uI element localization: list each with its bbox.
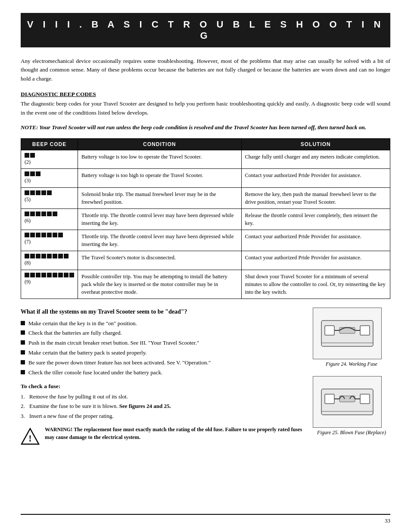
- svg-rect-6: [339, 327, 355, 333]
- condition-cell: Throttle trip. The throttle control leve…: [78, 230, 242, 251]
- table-row: (9)Possible controller trip. You may be …: [21, 270, 390, 299]
- beep-code-cell: (7): [21, 230, 78, 251]
- condition-cell: The Travel Scooter's motor is disconnect…: [78, 251, 242, 270]
- check-fuse-title: To check a fuse:: [21, 383, 306, 390]
- list-item: 1.Remove the fuse by pulling it out of i…: [21, 392, 306, 401]
- lower-left-content: What if all the systems on my Travel Sco…: [21, 308, 306, 446]
- figure25-svg: [317, 380, 377, 423]
- beep-code-table: BEEP CODE CONDITION SOLUTION (2)Battery …: [21, 138, 390, 299]
- solution-cell: Release the throttle control lever compl…: [241, 208, 390, 230]
- beep-code-cell: (9): [21, 270, 78, 299]
- list-item: Push in the main circuit breaker reset b…: [21, 339, 306, 347]
- svg-rect-4: [360, 326, 370, 335]
- figure24-caption: Figure 24. Working Fuse: [313, 361, 390, 367]
- list-item: Make certain that the battery pack is se…: [21, 349, 306, 357]
- lower-right-figures: Figure 24. Working Fuse: [313, 308, 390, 445]
- table-row: (6)Throttle trip. The throttle control l…: [21, 208, 390, 230]
- svg-rect-10: [325, 394, 334, 404]
- list-item: 3.Insert a new fuse of the proper rating…: [21, 412, 306, 420]
- table-row: (2)Battery voltage is too low to operate…: [21, 150, 390, 168]
- warning-icon: !: [21, 427, 40, 446]
- list-item: Check the tiller console fuse located un…: [21, 369, 306, 377]
- list-item: 2.Examine the fuse to be sure it is blow…: [21, 402, 306, 411]
- svg-rect-12: [339, 396, 355, 402]
- page-number: 33: [385, 517, 390, 524]
- table-row: (7)Throttle trip. The throttle control l…: [21, 230, 390, 251]
- beep-code-cell: (5): [21, 187, 78, 208]
- condition-cell: Solenoid brake trip. The manual freewhee…: [78, 187, 242, 208]
- figure25-image: [313, 376, 382, 428]
- condition-cell: Battery voltage is too low to operate th…: [78, 150, 242, 168]
- solution-cell: Charge fully until charger and any meter…: [241, 150, 390, 168]
- svg-text:!: !: [28, 433, 31, 444]
- table-row: (5)Solenoid brake trip. The manual freew…: [21, 187, 390, 208]
- page-title: V I I I . B A S I C T R O U B L E S H O …: [21, 13, 390, 47]
- beep-code-cell: (6): [21, 208, 78, 230]
- table-header-solution: SOLUTION: [241, 138, 390, 150]
- figure24-svg: [317, 312, 377, 355]
- table-row: (8)The Travel Scooter's motor is disconn…: [21, 251, 390, 270]
- condition-cell: Battery voltage is too high to operate t…: [78, 169, 242, 187]
- dead-bullets: Make certain that the key is in the "on"…: [21, 320, 306, 377]
- solution-cell: Remove the key, then push the manual fre…: [241, 187, 390, 208]
- figure25-caption: Figure 25. Blown Fuse (Replace): [313, 429, 390, 436]
- table-header-condition: CONDITION: [78, 138, 242, 150]
- table-header-beep: BEEP CODE: [21, 138, 78, 150]
- intro-paragraph: Any electromechanical device occasionall…: [21, 57, 390, 83]
- dead-section-heading: What if all the systems on my Travel Sco…: [21, 308, 306, 316]
- warning-box: ! WARNING! The replacement fuse must exa…: [21, 426, 306, 446]
- diagnostic-note: NOTE: Your Travel Scooter will not run u…: [21, 123, 390, 132]
- condition-cell: Possible controller trip. You may be att…: [78, 270, 242, 299]
- svg-rect-11: [360, 394, 370, 404]
- svg-rect-3: [325, 326, 334, 335]
- check-fuse-steps: 1.Remove the fuse by pulling it out of i…: [21, 392, 306, 420]
- list-item: Check that the batteries are fully charg…: [21, 329, 306, 337]
- figure24-image: [313, 308, 382, 359]
- diagnostic-title: DIAGNOSTIC BEEP CODES: [21, 91, 390, 98]
- list-item: Make certain that the key is in the "on"…: [21, 320, 306, 328]
- solution-cell: Shut down your Travel Scooter for a mini…: [241, 270, 390, 299]
- solution-cell: Contact your authorized Pride Provider f…: [241, 251, 390, 270]
- condition-cell: Throttle trip. The throttle control leve…: [78, 208, 242, 230]
- diagnostic-body: The diagnostic beep codes for your Trave…: [21, 100, 390, 117]
- bottom-line: [21, 514, 390, 515]
- beep-code-cell: (2): [21, 150, 78, 168]
- list-item: Be sure the power down timer feature has…: [21, 359, 306, 367]
- page: V I I I . B A S I C T R O U B L E S H O …: [0, 0, 411, 532]
- solution-cell: Contact your authorized Pride Provider f…: [241, 230, 390, 251]
- table-row: (3)Battery voltage is too high to operat…: [21, 169, 390, 187]
- lower-section: What if all the systems on my Travel Sco…: [21, 308, 390, 446]
- beep-code-cell: (3): [21, 169, 78, 187]
- warning-text: WARNING! The replacement fuse must exact…: [45, 426, 306, 441]
- solution-cell: Contact your authorized Pride Provider f…: [241, 169, 390, 187]
- diagnostic-section: DIAGNOSTIC BEEP CODES The diagnostic bee…: [21, 91, 390, 132]
- beep-code-cell: (8): [21, 251, 78, 270]
